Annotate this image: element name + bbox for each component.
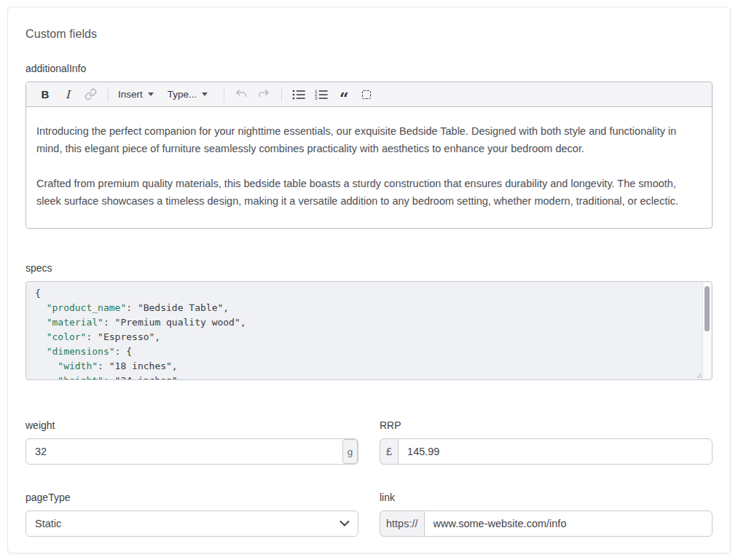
- specs-label: specs: [25, 262, 713, 274]
- specs-code-editor[interactable]: { "product_name": "Bedside Table", "mate…: [25, 281, 713, 380]
- chevron-down-icon: [339, 521, 350, 527]
- toolbar-divider: [108, 87, 109, 102]
- svg-text:3: 3: [315, 96, 318, 100]
- blockquote-icon: “: [339, 95, 349, 102]
- rich-text-editor: B I Insert Type...: [25, 82, 713, 229]
- blockquote-button[interactable]: “: [337, 85, 351, 104]
- ordered-list-button[interactable]: 1 2 3: [314, 85, 329, 104]
- redo-icon: [257, 88, 270, 101]
- field-page-type: pageType Static: [25, 492, 358, 537]
- custom-fields-card: Custom fields additionalInfo B I Inse: [7, 7, 731, 553]
- bullet-list-button[interactable]: [291, 85, 306, 104]
- ordered-list-icon: 1 2 3: [315, 89, 328, 100]
- toolbar-divider: [224, 87, 224, 102]
- page-type-select[interactable]: Static: [25, 510, 358, 537]
- undo-button[interactable]: [234, 85, 248, 104]
- bold-button[interactable]: B: [38, 85, 52, 104]
- specs-scrollbar-thumb[interactable]: [704, 286, 710, 331]
- chevron-down-icon: [202, 92, 208, 96]
- rrp-input[interactable]: [398, 438, 713, 465]
- rte-paragraph: Introducing the perfect companion for yo…: [36, 122, 702, 157]
- page-type-label: pageType: [25, 492, 358, 503]
- rte-paragraph: Crafted from premium quality materials, …: [36, 175, 702, 210]
- rte-toolbar: B I Insert Type...: [26, 82, 712, 107]
- page-type-selected-value: Static: [35, 518, 61, 529]
- field-weight: weight g: [25, 419, 358, 465]
- link-icon: [85, 88, 97, 100]
- link-label: link: [380, 492, 713, 503]
- undo-icon: [235, 88, 248, 101]
- chevron-down-icon: [148, 92, 154, 96]
- weight-label: weight: [25, 419, 358, 431]
- rrp-label: RRP: [380, 419, 713, 431]
- toolbar-divider: [281, 87, 282, 102]
- weight-input[interactable]: [25, 438, 358, 465]
- field-specs: specs { "product_name": "Bedside Table",…: [25, 262, 713, 380]
- italic-button[interactable]: I: [60, 85, 75, 104]
- weight-unit-suffix: g: [342, 439, 358, 464]
- field-additional-info: additionalInfo B I Insert: [25, 63, 713, 229]
- specs-scrollbar[interactable]: [702, 283, 711, 379]
- row-pagetype-link: pageType Static link https://: [25, 492, 713, 537]
- field-rrp: RRP £: [380, 419, 713, 465]
- currency-prefix: £: [380, 438, 398, 465]
- row-weight-rrp: weight g RRP £: [25, 419, 713, 465]
- protocol-prefix: https://: [380, 510, 424, 537]
- image-placeholder-button[interactable]: [359, 85, 374, 104]
- additional-info-label: additionalInfo: [25, 63, 713, 74]
- field-link: link https://: [380, 492, 713, 537]
- link-input[interactable]: [424, 510, 713, 537]
- insert-dropdown[interactable]: Insert: [118, 89, 154, 100]
- image-placeholder-icon: [362, 90, 371, 99]
- page-title: Custom fields: [25, 28, 713, 41]
- type-dropdown[interactable]: Type...: [168, 89, 208, 100]
- rte-content[interactable]: Introducing the perfect companion for yo…: [26, 107, 712, 228]
- bullet-list-icon: [292, 89, 305, 100]
- redo-button[interactable]: [256, 85, 271, 104]
- specs-code: { "product_name": "Bedside Table", "mate…: [26, 282, 712, 380]
- link-button[interactable]: [83, 85, 98, 104]
